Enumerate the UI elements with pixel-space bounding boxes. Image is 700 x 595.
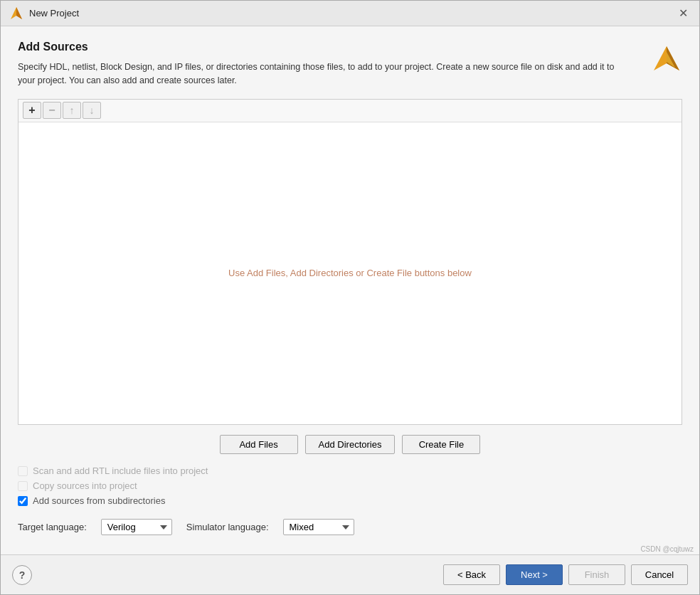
- file-toolbar: + − ↑ ↓: [18, 100, 682, 122]
- header-row: Add Sources Specify HDL, netlist, Block …: [18, 41, 682, 99]
- dialog-footer: ? < Back Next > Finish Cancel: [1, 554, 699, 594]
- vivado-logo-icon: [651, 43, 682, 75]
- language-row: Target language: Verilog VHDL Mixed Simu…: [18, 519, 682, 535]
- minus-icon: −: [48, 104, 55, 117]
- add-directories-button[interactable]: Add Directories: [305, 435, 396, 454]
- plus-icon: +: [28, 104, 35, 117]
- scan-rtl-option[interactable]: Scan and add RTL include files into proj…: [18, 465, 682, 476]
- move-up-toolbar-btn[interactable]: ↑: [63, 102, 81, 119]
- header-text: Add Sources Specify HDL, netlist, Block …: [18, 41, 622, 99]
- empty-hint-text: Use Add Files, Add Directories or Create…: [228, 268, 472, 278]
- scan-rtl-label: Scan and add RTL include files into proj…: [33, 465, 208, 476]
- copy-sources-checkbox[interactable]: [18, 481, 28, 491]
- title-bar: New Project ✕: [1, 1, 699, 26]
- new-project-dialog: New Project ✕ Add Sources Specify HDL, n…: [0, 0, 700, 595]
- simulator-language-select[interactable]: Mixed Verilog VHDL: [283, 519, 354, 535]
- simulator-language-label: Simulator language:: [186, 522, 269, 532]
- dialog-title: New Project: [29, 8, 79, 19]
- file-list-area: Use Add Files, Add Directories or Create…: [18, 122, 682, 425]
- scan-rtl-checkbox[interactable]: [18, 466, 28, 476]
- watermark-text: CSDN @cqjtuwz: [1, 544, 699, 554]
- copy-sources-option[interactable]: Copy sources into project: [18, 480, 682, 491]
- target-language-label: Target language:: [18, 522, 87, 532]
- back-button[interactable]: < Back: [443, 564, 500, 585]
- options-area: Scan and add RTL include files into proj…: [18, 465, 682, 515]
- help-button[interactable]: ?: [12, 565, 32, 585]
- section-title: Add Sources: [18, 41, 622, 53]
- add-subdirs-checkbox[interactable]: [18, 496, 28, 506]
- footer-right: < Back Next > Finish Cancel: [443, 564, 688, 585]
- close-button[interactable]: ✕: [676, 6, 691, 21]
- dialog-content: Add Sources Specify HDL, netlist, Block …: [1, 26, 699, 544]
- move-down-toolbar-btn[interactable]: ↓: [83, 102, 101, 119]
- title-bar-left: New Project: [9, 6, 79, 21]
- up-arrow-icon: ↑: [70, 105, 75, 116]
- remove-file-toolbar-btn[interactable]: −: [43, 102, 61, 119]
- add-subdirs-option[interactable]: Add sources from subdirectories: [18, 495, 682, 506]
- cancel-button[interactable]: Cancel: [631, 564, 688, 585]
- add-file-toolbar-btn[interactable]: +: [23, 102, 41, 119]
- file-panel: + − ↑ ↓ Use Add Files, Add Directories o…: [18, 99, 682, 426]
- footer-left: ?: [12, 565, 32, 585]
- description-text: Specify HDL, netlist, Block Design, and …: [18, 60, 622, 88]
- next-button[interactable]: Next >: [506, 564, 563, 585]
- add-subdirs-label: Add sources from subdirectories: [33, 495, 165, 506]
- create-file-button[interactable]: Create File: [402, 435, 480, 454]
- target-language-select[interactable]: Verilog VHDL Mixed: [101, 519, 172, 535]
- copy-sources-label: Copy sources into project: [33, 480, 137, 491]
- add-files-button[interactable]: Add Files: [220, 435, 298, 454]
- down-arrow-icon: ↓: [90, 105, 95, 116]
- svg-marker-1: [16, 7, 22, 19]
- app-logo-icon: [9, 6, 23, 21]
- finish-button[interactable]: Finish: [568, 564, 625, 585]
- action-buttons-row: Add Files Add Directories Create File: [18, 435, 682, 454]
